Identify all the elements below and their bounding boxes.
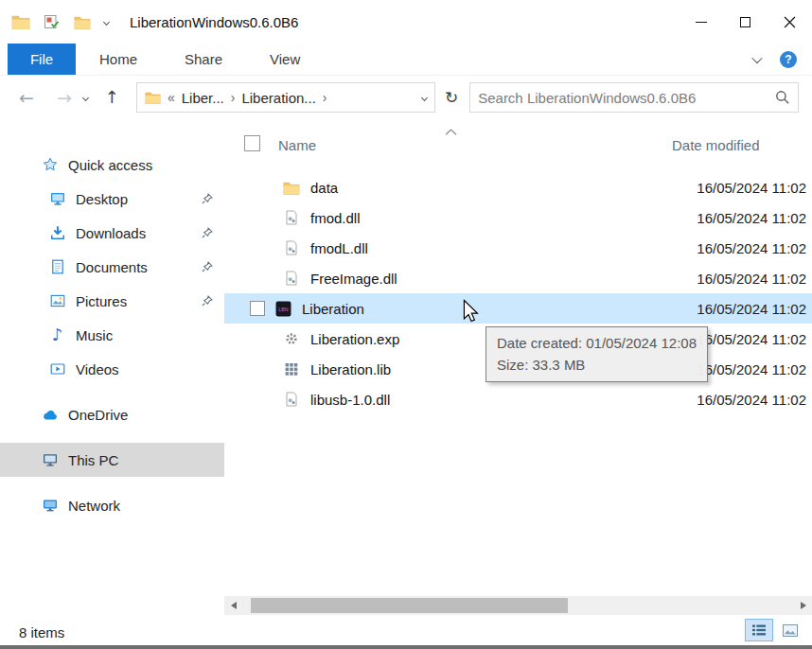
ribbon-tab-bar: File Home Share View ? bbox=[0, 44, 812, 76]
folder-icon bbox=[283, 180, 300, 196]
pin-icon bbox=[202, 227, 213, 238]
pin-icon bbox=[202, 193, 213, 204]
file-name: Liberation.exp bbox=[310, 331, 399, 347]
thumbnails-view-icon bbox=[783, 624, 798, 637]
sidebar-item-onedrive[interactable]: OneDrive bbox=[0, 397, 224, 431]
refresh-icon[interactable]: ↻ bbox=[445, 88, 458, 107]
onedrive-cloud-icon bbox=[42, 407, 58, 423]
forward-button-icon[interactable]: → bbox=[57, 89, 72, 107]
file-row-libusb-dll[interactable]: libusb-1.0.dll 16/05/2024 11:02 bbox=[224, 384, 812, 414]
address-dropdown-chevron-icon[interactable] bbox=[421, 94, 428, 100]
file-row-fmodl-dll[interactable]: fmodL.dll 16/05/2024 11:02 bbox=[224, 233, 812, 263]
file-row-fmod-dll[interactable]: fmod.dll 16/05/2024 11:02 bbox=[224, 202, 812, 233]
address-bar[interactable]: « Liber... › Liberation... › bbox=[136, 82, 435, 113]
dll-file-icon bbox=[283, 240, 300, 256]
breadcrumb-segment-parent[interactable]: Liber... bbox=[182, 90, 224, 106]
breadcrumb-collapsed-icon[interactable]: « bbox=[168, 90, 175, 105]
this-pc-icon bbox=[42, 452, 58, 468]
close-button[interactable] bbox=[768, 0, 812, 44]
tooltip-size: Size: 33.3 MB bbox=[497, 355, 697, 377]
column-header-date-modified[interactable]: Date modified bbox=[672, 137, 760, 153]
sidebar-item-desktop[interactable]: Desktop bbox=[0, 182, 224, 216]
tab-file[interactable]: File bbox=[8, 44, 76, 75]
file-date-modified: 16/05/2024 11:02 bbox=[697, 240, 806, 256]
help-icon[interactable]: ? bbox=[780, 51, 797, 68]
sidebar-item-quick-access[interactable]: Quick access bbox=[0, 148, 224, 182]
column-header-name[interactable]: Name bbox=[278, 137, 316, 153]
address-folder-icon bbox=[145, 91, 161, 104]
qat-new-folder-icon[interactable] bbox=[74, 15, 91, 29]
sidebar-item-label: Music bbox=[76, 327, 113, 343]
sidebar-item-label: Pictures bbox=[76, 293, 127, 309]
lib-file-grid-icon bbox=[283, 361, 300, 377]
pin-icon bbox=[202, 295, 213, 307]
mouse-cursor-icon bbox=[463, 299, 479, 326]
tab-view[interactable]: View bbox=[246, 44, 324, 75]
back-button-icon[interactable]: ← bbox=[19, 89, 34, 107]
sidebar-item-documents[interactable]: Documents bbox=[0, 250, 224, 284]
scrollbar-thumb[interactable] bbox=[251, 598, 568, 613]
minimize-icon bbox=[696, 22, 707, 23]
dll-file-icon bbox=[283, 210, 300, 226]
tooltip-date-created: Date created: 01/05/2024 12:08 bbox=[497, 333, 697, 355]
file-name: fmod.dll bbox=[310, 210, 361, 226]
select-all-checkbox[interactable] bbox=[244, 135, 260, 151]
application-icon-text: LBN bbox=[278, 307, 288, 312]
sidebar-item-label: Documents bbox=[76, 259, 148, 275]
file-date-modified: 16/05/2024 11:02 bbox=[697, 210, 806, 226]
downloads-icon bbox=[49, 225, 65, 241]
application-icon: LBN bbox=[274, 301, 291, 317]
tab-home[interactable]: Home bbox=[76, 44, 161, 75]
window-controls bbox=[679, 0, 812, 44]
search-input[interactable] bbox=[478, 90, 775, 106]
dll-file-icon bbox=[283, 271, 300, 287]
sort-ascending-icon[interactable] bbox=[445, 122, 457, 138]
column-header-row: Name Date modified bbox=[224, 119, 812, 167]
network-icon bbox=[42, 498, 58, 514]
horizontal-scrollbar[interactable] bbox=[224, 596, 812, 615]
row-checkbox[interactable] bbox=[250, 301, 265, 316]
file-row-data[interactable]: data 16/05/2024 11:02 bbox=[224, 172, 812, 202]
search-icon[interactable] bbox=[775, 90, 790, 105]
sidebar-item-music[interactable]: ♪ Music bbox=[0, 318, 224, 352]
qat-customize-chevron-icon[interactable] bbox=[103, 18, 110, 25]
sidebar-item-this-pc[interactable]: This PC bbox=[0, 443, 224, 477]
file-name: libusb-1.0.dll bbox=[310, 392, 390, 408]
sidebar-item-downloads[interactable]: Downloads bbox=[0, 216, 224, 250]
breadcrumb-separator-icon: › bbox=[231, 90, 236, 105]
history-chevron-icon[interactable] bbox=[82, 94, 89, 100]
details-view-button[interactable] bbox=[745, 619, 773, 641]
scroll-left-button[interactable] bbox=[224, 596, 242, 615]
file-date-modified: 16/05/2024 11:02 bbox=[697, 361, 806, 377]
minimize-button[interactable] bbox=[679, 0, 723, 44]
pictures-icon bbox=[49, 293, 65, 309]
ribbon-right-controls: ? bbox=[753, 44, 812, 75]
breadcrumb-segment-current[interactable]: Liberation... bbox=[241, 90, 315, 106]
qat-properties-icon[interactable] bbox=[44, 13, 61, 30]
file-row-liberation[interactable]: LBN Liberation 16/05/2024 11:02 bbox=[224, 293, 812, 324]
music-note-icon: ♪ bbox=[49, 327, 65, 343]
sidebar-item-label: OneDrive bbox=[68, 407, 128, 423]
file-explorer-window: LiberationWindows0.6.0B6 File Home Share… bbox=[0, 0, 812, 649]
thumbnails-view-button[interactable] bbox=[776, 619, 804, 641]
sidebar-item-label: Downloads bbox=[76, 225, 146, 241]
close-icon bbox=[784, 16, 796, 28]
up-button-icon[interactable]: ↑ bbox=[105, 89, 119, 106]
pin-icon bbox=[202, 261, 213, 272]
scroll-right-button[interactable] bbox=[794, 596, 812, 615]
sidebar-item-network[interactable]: Network bbox=[0, 488, 224, 522]
navigation-bar: ← → ↑ « Liber... › Liberation... › ↻ bbox=[0, 76, 812, 119]
titlebar: LiberationWindows0.6.0B6 bbox=[0, 0, 812, 44]
sidebar-item-videos[interactable]: Videos bbox=[0, 352, 224, 386]
scrollbar-track[interactable] bbox=[242, 596, 794, 615]
scroll-left-icon bbox=[231, 602, 237, 609]
file-row-freeimage-dll[interactable]: FreeImage.dll 16/05/2024 11:02 bbox=[224, 263, 812, 293]
file-date-modified: 16/05/2024 11:02 bbox=[697, 392, 806, 408]
sidebar-item-label: Network bbox=[68, 498, 120, 514]
file-date-modified: 16/05/2024 11:02 bbox=[697, 271, 806, 287]
sidebar-item-pictures[interactable]: Pictures bbox=[0, 284, 224, 318]
tab-share[interactable]: Share bbox=[161, 44, 246, 75]
expand-ribbon-chevron-icon[interactable] bbox=[751, 52, 762, 62]
sidebar-item-label: Quick access bbox=[68, 157, 152, 173]
maximize-button[interactable] bbox=[723, 0, 768, 44]
